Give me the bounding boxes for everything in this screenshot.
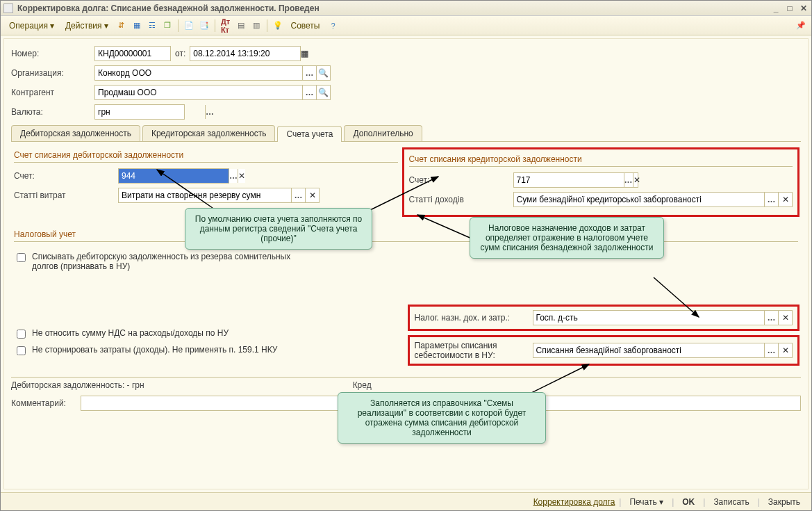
currency-select-icon[interactable]: … bbox=[205, 105, 214, 119]
toolbar-icon-4[interactable]: ❐ bbox=[161, 19, 174, 32]
credit-stat-label: Статті доходів bbox=[409, 195, 513, 204]
debit-stat-select-icon[interactable]: … bbox=[291, 188, 305, 202]
window-title: Корректировка долга: Списание безнадежно… bbox=[17, 3, 320, 13]
debit-summary: Дебиторская задолженность: - грн bbox=[11, 380, 144, 390]
toolbar-icon-dk[interactable]: ДтКт bbox=[219, 19, 232, 32]
tax-nazn-select-icon[interactable]: … bbox=[764, 311, 778, 325]
callout-2: Налоговое назначение доходов и затрат оп… bbox=[470, 217, 664, 259]
toolbar-icon-7[interactable]: ▥ bbox=[250, 19, 263, 32]
credit-stat-select-icon[interactable]: … bbox=[764, 193, 778, 206]
debit-stat-input[interactable] bbox=[119, 188, 291, 202]
counter-select-icon[interactable]: … bbox=[302, 86, 316, 99]
tab-body: Счет списания дебиторской задолженности … bbox=[11, 142, 801, 371]
toolbar-icon-list[interactable]: ▤ bbox=[235, 19, 247, 32]
operation-menu[interactable]: Операция ▾ bbox=[5, 19, 58, 32]
chk-storno-label: Не сторнировать затраты (доходы). Не при… bbox=[32, 345, 277, 355]
tax-nazn-highlight: Налог. назн. дох. и затр.: … ✕ bbox=[409, 306, 799, 330]
credit-acc-select-icon[interactable]: … bbox=[624, 173, 633, 187]
counter-label: Контрагент bbox=[11, 88, 94, 97]
number-input[interactable] bbox=[95, 47, 205, 60]
chk-storno[interactable] bbox=[17, 346, 26, 355]
counter-field[interactable]: … 🔍 bbox=[94, 85, 331, 100]
org-input[interactable] bbox=[95, 66, 302, 80]
debit-stat-field[interactable]: … ✕ bbox=[118, 188, 320, 203]
tax-section: Налоговый учет Списывать дебиторскую зад… bbox=[14, 228, 798, 364]
currency-label: Валюта: bbox=[11, 107, 94, 117]
tax-param-field[interactable]: … ✕ bbox=[533, 343, 793, 358]
org-label: Организация: bbox=[11, 68, 94, 78]
calendar-icon[interactable]: ▦ bbox=[300, 47, 308, 60]
credit-acc-field[interactable]: … ✕ bbox=[513, 172, 638, 188]
from-label: от: bbox=[175, 49, 185, 58]
debit-acc-field[interactable]: … ✕ bbox=[118, 168, 229, 184]
tab-accounts[interactable]: Счета учета bbox=[277, 126, 342, 142]
tab-additional[interactable]: Дополнительно bbox=[344, 125, 422, 141]
org-field[interactable]: … 🔍 bbox=[94, 65, 331, 81]
org-search-icon[interactable]: 🔍 bbox=[316, 66, 330, 80]
credit-acc-clear-icon[interactable]: ✕ bbox=[633, 173, 640, 187]
tab-credit[interactable]: Кредиторская задолженность bbox=[142, 125, 275, 141]
date-input[interactable] bbox=[190, 47, 300, 60]
tax-param-highlight: Параметры списания себестоимости в НУ: …… bbox=[409, 336, 799, 364]
currency-input[interactable] bbox=[95, 105, 205, 119]
credit-stat-field[interactable]: … ✕ bbox=[513, 192, 793, 207]
tab-debit[interactable]: Дебиторская задолженность bbox=[11, 125, 140, 141]
credit-group-title: Счет списания кредиторской задолженности bbox=[409, 153, 793, 167]
toolbar-icon-5[interactable]: 📄 bbox=[183, 19, 195, 32]
document-icon bbox=[3, 3, 13, 13]
maximize-button[interactable]: □ bbox=[785, 3, 795, 13]
toolbar-icon-2[interactable]: ▦ bbox=[131, 19, 143, 32]
actions-menu[interactable]: Действия ▾ bbox=[61, 19, 113, 32]
credit-summary: Кред bbox=[353, 380, 372, 390]
tax-nazn-clear-icon[interactable]: ✕ bbox=[778, 311, 792, 325]
debit-stat-label: Статті витрат bbox=[14, 190, 118, 200]
toolbar-icon-1[interactable]: ⇵ bbox=[115, 19, 128, 32]
tax-param-select-icon[interactable]: … bbox=[764, 343, 778, 357]
content: Номер: от: ▦ Организация: … 🔍 Контрагент… bbox=[3, 38, 809, 489]
tips-icon: 💡 bbox=[272, 19, 284, 32]
comment-label: Комментарий: bbox=[11, 398, 81, 408]
tax-nazn-input[interactable] bbox=[533, 311, 765, 325]
save-button[interactable]: Записать bbox=[709, 496, 753, 508]
debit-acc-select-icon[interactable]: … bbox=[229, 169, 238, 183]
tax-param-clear-icon[interactable]: ✕ bbox=[778, 343, 792, 357]
toolbar-icon-6[interactable]: 📑 bbox=[198, 19, 210, 32]
counter-search-icon[interactable]: 🔍 bbox=[316, 86, 330, 99]
credit-group-highlight: Счет списания кредиторской задолженности… bbox=[404, 149, 799, 216]
ok-button[interactable]: OK bbox=[678, 496, 699, 508]
tax-param-input[interactable] bbox=[533, 343, 765, 357]
date-field[interactable]: ▦ bbox=[190, 46, 301, 61]
debit-group-title: Счет списания дебиторской задолженности bbox=[14, 149, 398, 163]
chk-reserve[interactable] bbox=[17, 253, 26, 262]
help-icon[interactable]: ? bbox=[327, 19, 340, 32]
counter-input[interactable] bbox=[95, 86, 302, 99]
toolbar: Операция ▾ Действия ▾ ⇵ ▦ ☶ ❐ 📄 📑 ДтКт ▤… bbox=[1, 16, 811, 35]
credit-stat-clear-icon[interactable]: ✕ bbox=[778, 193, 792, 206]
app-window: Корректировка долга: Списание безнадежно… bbox=[0, 0, 812, 511]
credit-acc-input[interactable] bbox=[514, 173, 624, 187]
bottom-bar: Корректировка долга | Печать ▾ | OK | За… bbox=[1, 492, 811, 510]
chk-vat[interactable] bbox=[17, 330, 26, 339]
tips-button[interactable]: Советы bbox=[287, 19, 324, 32]
debit-acc-label: Счет: bbox=[14, 171, 118, 181]
toolbar-icon-3[interactable]: ☶ bbox=[146, 19, 158, 32]
credit-acc-label: Счет: bbox=[409, 175, 513, 185]
debit-acc-clear-icon[interactable]: ✕ bbox=[238, 169, 245, 183]
pin-icon[interactable]: 📌 bbox=[795, 19, 807, 32]
close-button[interactable]: ✕ bbox=[799, 3, 809, 13]
currency-field[interactable]: … bbox=[94, 104, 185, 120]
tax-nazn-label: Налог. назн. дох. и затр.: bbox=[415, 313, 533, 323]
bottom-link[interactable]: Корректировка долга bbox=[533, 497, 615, 507]
tax-nazn-field[interactable]: … ✕ bbox=[533, 310, 793, 325]
minimize-button[interactable]: _ bbox=[771, 3, 781, 13]
debit-stat-clear-icon[interactable]: ✕ bbox=[305, 188, 319, 202]
print-button[interactable]: Печать ▾ bbox=[625, 496, 668, 508]
tabs: Дебиторская задолженность Кредиторская з… bbox=[11, 125, 801, 142]
debit-acc-input[interactable] bbox=[119, 169, 229, 183]
tax-group-title: Налоговый учет bbox=[14, 228, 798, 242]
close-button-bottom[interactable]: Закрыть bbox=[764, 496, 804, 508]
number-field[interactable] bbox=[94, 46, 171, 61]
org-select-icon[interactable]: … bbox=[302, 66, 316, 80]
tax-param-label: Параметры списания себестоимости в НУ: bbox=[415, 341, 533, 360]
credit-stat-input[interactable] bbox=[514, 193, 765, 206]
